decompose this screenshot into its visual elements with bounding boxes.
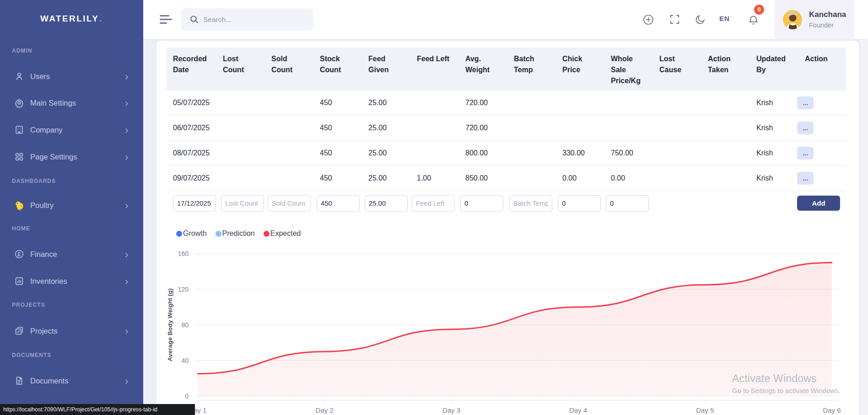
user-name: Kanchana [809,10,846,19]
add-feed-given-input[interactable] [365,195,408,212]
top-navbar: EN 0 Kanchana Founder [143,0,868,39]
legend-dot [176,231,182,237]
watermark-line1: Activate Windows [732,372,841,385]
sidebar-item-label: Finance [30,250,57,259]
chick-icon [14,200,24,210]
legend-label: Growth [183,229,207,238]
notifications-bell-icon[interactable] [748,15,759,26]
sidebar-section-label: DOCUMENTS [12,352,51,358]
column-header: Action Taken [708,53,731,75]
table-cell: Krish [756,124,773,132]
table-cell: 25.00 [368,174,387,182]
grid-icon [14,152,24,162]
sidebar-section-label: ADMIN [12,48,32,54]
dark-mode-moon-icon[interactable] [695,14,706,25]
chevron-right-icon [124,74,129,79]
legend-item-expected[interactable]: Expected [264,229,301,238]
table-cell: 09/07/2025 [173,174,210,182]
scrollbar-track[interactable] [861,39,868,415]
table-cell: 0.00 [562,174,577,182]
search-box [181,8,313,31]
table-cell: 450 [320,174,332,182]
legend-label: Prediction [222,229,255,238]
sidebar-item-projects[interactable]: Projects [0,322,143,340]
sidebar-item-label: Documents [30,377,68,385]
chevron-right-icon [124,251,129,257]
add-lost-count-input[interactable] [221,195,264,212]
bar-chart-icon [14,276,24,286]
chevron-right-icon [124,278,129,284]
x-tick-label: Day 5 [696,406,714,414]
notification-badge: 0 [754,5,764,15]
sidebar-item-company[interactable]: Company [0,121,143,139]
legend-dot [216,231,221,237]
y-tick-label: 0 [185,393,189,400]
add-batch-temp-input[interactable] [509,195,552,212]
sidebar-item-label: Users [30,72,50,80]
watermark-line2: Go to Settings to activate Windows. [732,387,841,394]
legend-item-prediction[interactable]: Prediction [216,229,255,238]
sidebar-item-documents[interactable]: Documents [0,372,143,390]
column-header: Lost Cause [659,53,681,75]
sidebar-section-label: DASHBOARDS [12,178,56,184]
sidebar-section-label: HOME [12,225,30,232]
table-cell: 06/07/2025 [173,124,210,132]
hamburger-menu-icon[interactable] [160,15,173,24]
fullscreen-icon[interactable] [669,14,680,25]
table-header: Recorded DateLost CountSold CountStock C… [167,48,846,90]
table-cell: 330.00 [562,149,585,157]
user-profile-block[interactable]: Kanchana Founder [775,0,854,39]
sidebar-item-label: Poultry [30,201,54,210]
add-avg-weight-input[interactable] [460,195,503,212]
user-avatar [783,10,802,29]
gear-icon [14,98,24,108]
chevron-right-icon [124,127,129,133]
building-icon [14,125,24,135]
column-header: Whole Sale Price/Kg [611,53,641,86]
search-input[interactable] [203,8,308,31]
hamburger-line [160,15,169,16]
add-whole-sale-price-input[interactable] [606,195,649,212]
column-header: Action [805,53,828,64]
sidebar-item-poultry[interactable]: Poultry [0,196,143,214]
users-icon [14,71,24,81]
sidebar-item-main-settings[interactable]: Main Settings [0,94,143,112]
sidebar-item-inventories[interactable]: Inventories [0,272,143,290]
row-actions-button[interactable]: ... [797,122,814,134]
add-sold-count-input[interactable] [268,195,311,212]
sidebar-section-label: PROJECTS [12,302,45,308]
table-cell: 750.00 [611,149,633,157]
legend-label: Expected [270,229,301,238]
app-logo[interactable]: WATERLILY. [0,14,143,24]
legend-dot [264,231,270,237]
sidebar-item-page-settings[interactable]: Page Settings [0,148,143,166]
add-recorded-date-input[interactable] [173,195,216,212]
add-stock-count-input[interactable] [317,195,360,212]
table-row: 09/07/202545025.001.00850.000.000.00Kris… [167,166,846,191]
sidebar-item-label: Main Settings [30,99,76,107]
language-switch[interactable]: EN [719,15,734,22]
app-logo-dot: . [99,14,103,23]
column-header: Avg. Weight [465,53,490,75]
table-cell: 25.00 [368,149,387,157]
table-cell: Krish [756,174,773,182]
column-header: Feed Left [417,53,449,64]
sidebar-item-users[interactable]: Users [0,67,143,85]
sidebar-item-label: Inventories [30,277,67,286]
add-new-icon[interactable] [643,14,654,25]
table-cell: 08/07/2025 [173,149,210,157]
x-tick-label: Day 3 [442,406,460,414]
add-feed-left-input[interactable] [412,195,455,212]
table-cell: 05/07/2025 [173,99,210,107]
row-actions-button[interactable]: ... [797,147,814,160]
row-actions-button[interactable]: ... [797,172,814,185]
column-header: Recorded Date [173,53,207,75]
legend-item-growth[interactable]: Growth [176,229,207,238]
add-chick-price-input[interactable] [558,195,601,212]
table-cell: 450 [320,99,332,107]
row-actions-button[interactable]: ... [797,96,814,109]
add-record-button[interactable]: Add [797,196,840,211]
sidebar-item-finance[interactable]: Finance [0,245,143,263]
chevron-right-icon [124,202,129,208]
hamburger-line [160,19,172,20]
